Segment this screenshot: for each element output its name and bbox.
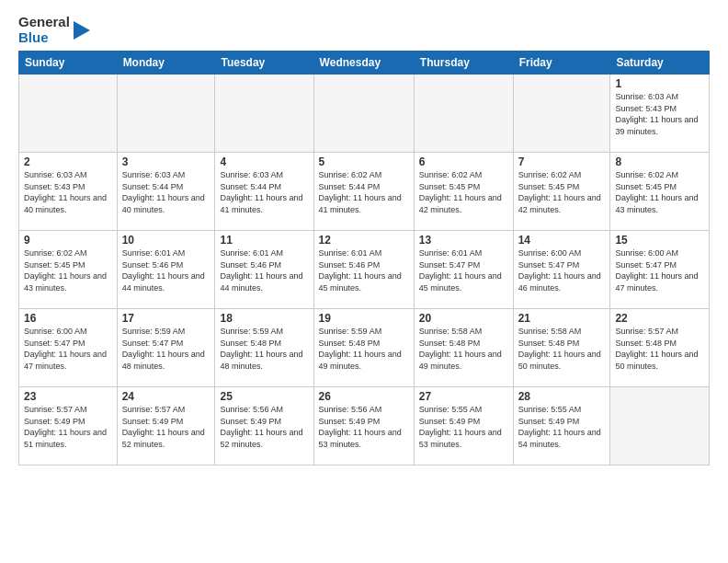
day-number: 1 [615, 77, 704, 90]
day-info: Sunrise: 6:02 AMSunset: 5:45 PMDaylight:… [518, 169, 606, 215]
day-number: 13 [419, 234, 508, 247]
day-cell: 15Sunrise: 6:00 AMSunset: 5:47 PMDayligh… [610, 231, 710, 309]
day-info: Sunrise: 5:55 AMSunset: 5:49 PMDaylight:… [518, 404, 606, 450]
day-number: 21 [518, 312, 606, 325]
week-row-4: 16Sunrise: 6:00 AMSunset: 5:47 PMDayligh… [19, 309, 710, 387]
week-row-5: 23Sunrise: 5:57 AMSunset: 5:49 PMDayligh… [19, 387, 710, 465]
day-number: 16 [24, 312, 112, 325]
day-cell: 24Sunrise: 5:57 AMSunset: 5:49 PMDayligh… [117, 387, 215, 465]
day-number: 9 [24, 234, 112, 247]
day-info: Sunrise: 6:01 AMSunset: 5:46 PMDaylight:… [122, 247, 210, 293]
day-cell: 3Sunrise: 6:03 AMSunset: 5:44 PMDaylight… [117, 153, 215, 231]
day-cell [117, 75, 215, 153]
col-header-sunday: Sunday [19, 52, 118, 75]
col-header-saturday: Saturday [610, 52, 710, 75]
day-info: Sunrise: 5:56 AMSunset: 5:49 PMDaylight:… [319, 404, 409, 450]
day-number: 22 [615, 312, 704, 325]
day-number: 23 [24, 390, 112, 403]
col-header-tuesday: Tuesday [215, 52, 313, 75]
logo-general: General [18, 15, 70, 30]
day-info: Sunrise: 6:03 AMSunset: 5:44 PMDaylight:… [122, 169, 210, 215]
day-cell: 4Sunrise: 6:03 AMSunset: 5:44 PMDaylight… [215, 153, 313, 231]
logo-blue: Blue [18, 30, 70, 46]
day-number: 8 [615, 155, 704, 168]
calendar-header-row: SundayMondayTuesdayWednesdayThursdayFrid… [19, 52, 710, 75]
day-info: Sunrise: 5:56 AMSunset: 5:49 PMDaylight:… [220, 404, 308, 450]
day-cell: 2Sunrise: 6:03 AMSunset: 5:43 PMDaylight… [19, 153, 118, 231]
day-number: 26 [319, 390, 409, 403]
day-cell: 23Sunrise: 5:57 AMSunset: 5:49 PMDayligh… [19, 387, 118, 465]
day-number: 17 [122, 312, 210, 325]
day-info: Sunrise: 6:00 AMSunset: 5:47 PMDaylight:… [615, 247, 704, 293]
calendar: SundayMondayTuesdayWednesdayThursdayFrid… [18, 51, 710, 465]
day-number: 11 [220, 234, 308, 247]
day-info: Sunrise: 5:58 AMSunset: 5:48 PMDaylight:… [518, 326, 606, 372]
svg-marker-0 [74, 21, 90, 40]
day-info: Sunrise: 5:58 AMSunset: 5:48 PMDaylight:… [419, 326, 508, 372]
week-row-1: 1Sunrise: 6:03 AMSunset: 5:43 PMDaylight… [19, 75, 710, 153]
day-cell: 26Sunrise: 5:56 AMSunset: 5:49 PMDayligh… [313, 387, 414, 465]
logo-flag-icon [72, 17, 92, 43]
day-cell: 5Sunrise: 6:02 AMSunset: 5:44 PMDaylight… [313, 153, 414, 231]
day-cell: 9Sunrise: 6:02 AMSunset: 5:45 PMDaylight… [19, 231, 118, 309]
day-info: Sunrise: 6:00 AMSunset: 5:47 PMDaylight:… [24, 326, 112, 372]
day-number: 10 [122, 234, 210, 247]
day-number: 14 [518, 234, 606, 247]
header: General Blue [18, 15, 710, 45]
day-info: Sunrise: 6:00 AMSunset: 5:47 PMDaylight:… [518, 247, 606, 293]
day-number: 18 [220, 312, 308, 325]
day-cell: 7Sunrise: 6:02 AMSunset: 5:45 PMDaylight… [513, 153, 610, 231]
day-cell [610, 387, 710, 465]
day-info: Sunrise: 6:01 AMSunset: 5:46 PMDaylight:… [220, 247, 308, 293]
day-info: Sunrise: 6:02 AMSunset: 5:45 PMDaylight:… [419, 169, 508, 215]
day-number: 28 [518, 390, 606, 403]
day-info: Sunrise: 6:03 AMSunset: 5:44 PMDaylight:… [220, 169, 308, 215]
day-info: Sunrise: 6:02 AMSunset: 5:45 PMDaylight:… [615, 169, 704, 215]
day-cell: 8Sunrise: 6:02 AMSunset: 5:45 PMDaylight… [610, 153, 710, 231]
day-number: 5 [319, 155, 409, 168]
page: General Blue SundayMondayTuesdayWednesda… [0, 0, 728, 563]
day-info: Sunrise: 5:57 AMSunset: 5:49 PMDaylight:… [122, 404, 210, 450]
day-number: 19 [319, 312, 409, 325]
day-cell: 20Sunrise: 5:58 AMSunset: 5:48 PMDayligh… [414, 309, 513, 387]
day-cell: 14Sunrise: 6:00 AMSunset: 5:47 PMDayligh… [513, 231, 610, 309]
day-cell: 28Sunrise: 5:55 AMSunset: 5:49 PMDayligh… [513, 387, 610, 465]
day-cell: 18Sunrise: 5:59 AMSunset: 5:48 PMDayligh… [215, 309, 313, 387]
day-number: 24 [122, 390, 210, 403]
day-info: Sunrise: 5:59 AMSunset: 5:47 PMDaylight:… [122, 326, 210, 372]
day-info: Sunrise: 5:59 AMSunset: 5:48 PMDaylight:… [220, 326, 308, 372]
col-header-wednesday: Wednesday [313, 52, 414, 75]
day-number: 25 [220, 390, 308, 403]
day-cell [313, 75, 414, 153]
day-cell: 25Sunrise: 5:56 AMSunset: 5:49 PMDayligh… [215, 387, 313, 465]
day-info: Sunrise: 5:57 AMSunset: 5:48 PMDaylight:… [615, 326, 704, 372]
day-number: 2 [24, 155, 112, 168]
day-number: 7 [518, 155, 606, 168]
day-cell [513, 75, 610, 153]
day-cell [215, 75, 313, 153]
day-cell: 13Sunrise: 6:01 AMSunset: 5:47 PMDayligh… [414, 231, 513, 309]
day-info: Sunrise: 5:59 AMSunset: 5:48 PMDaylight:… [319, 326, 409, 372]
day-cell: 1Sunrise: 6:03 AMSunset: 5:43 PMDaylight… [610, 75, 710, 153]
day-info: Sunrise: 6:02 AMSunset: 5:44 PMDaylight:… [319, 169, 409, 215]
day-cell: 6Sunrise: 6:02 AMSunset: 5:45 PMDaylight… [414, 153, 513, 231]
day-info: Sunrise: 5:57 AMSunset: 5:49 PMDaylight:… [24, 404, 112, 450]
day-cell [414, 75, 513, 153]
day-cell: 16Sunrise: 6:00 AMSunset: 5:47 PMDayligh… [19, 309, 118, 387]
day-cell: 19Sunrise: 5:59 AMSunset: 5:48 PMDayligh… [313, 309, 414, 387]
day-cell: 27Sunrise: 5:55 AMSunset: 5:49 PMDayligh… [414, 387, 513, 465]
day-cell: 21Sunrise: 5:58 AMSunset: 5:48 PMDayligh… [513, 309, 610, 387]
day-info: Sunrise: 6:03 AMSunset: 5:43 PMDaylight:… [615, 91, 704, 137]
day-number: 27 [419, 390, 508, 403]
day-cell: 17Sunrise: 5:59 AMSunset: 5:47 PMDayligh… [117, 309, 215, 387]
day-number: 20 [419, 312, 508, 325]
col-header-friday: Friday [513, 52, 610, 75]
day-number: 12 [319, 234, 409, 247]
logo: General Blue [18, 15, 92, 45]
week-row-3: 9Sunrise: 6:02 AMSunset: 5:45 PMDaylight… [19, 231, 710, 309]
day-info: Sunrise: 6:03 AMSunset: 5:43 PMDaylight:… [24, 169, 112, 215]
day-number: 3 [122, 155, 210, 168]
day-cell: 22Sunrise: 5:57 AMSunset: 5:48 PMDayligh… [610, 309, 710, 387]
day-cell: 11Sunrise: 6:01 AMSunset: 5:46 PMDayligh… [215, 231, 313, 309]
day-number: 4 [220, 155, 308, 168]
